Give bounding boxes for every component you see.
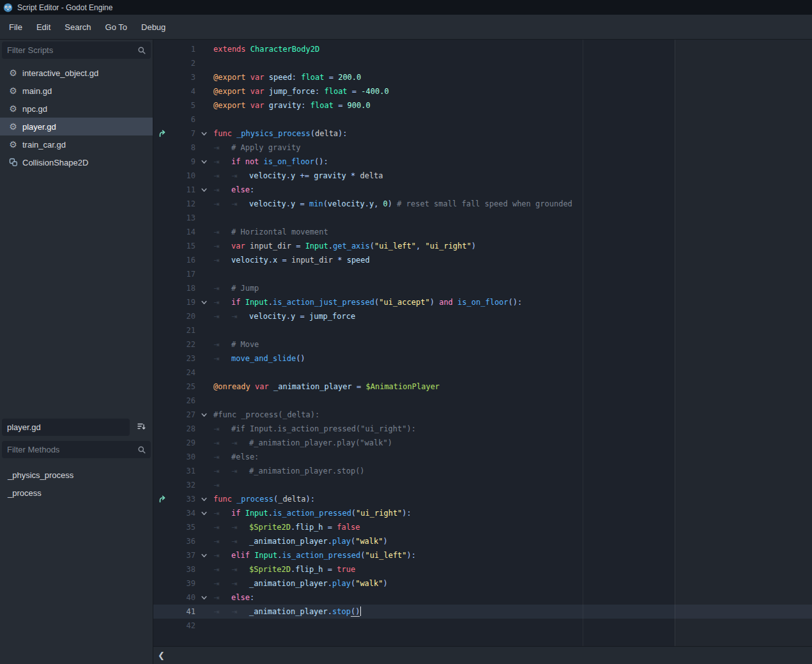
script-list-item[interactable]: ⚙︎train_car.gd (0, 135, 153, 153)
fold-toggle-icon[interactable] (195, 183, 212, 197)
line-number[interactable]: 25 (171, 380, 195, 394)
code-line[interactable]: 38⇥⇥$Sprite2D.flip_h = true (153, 562, 812, 576)
line-number[interactable]: 28 (171, 422, 195, 436)
script-list-item[interactable]: ⚙︎npc.gd (0, 100, 153, 118)
line-number[interactable]: 10 (171, 169, 195, 183)
code-line[interactable]: 35⇥⇥$Sprite2D.flip_h = false (153, 520, 812, 534)
code-line[interactable]: 18⇥# Jump (153, 281, 812, 295)
line-number[interactable]: 35 (171, 520, 195, 534)
line-number[interactable]: 16 (171, 253, 195, 267)
line-number[interactable]: 4 (171, 84, 195, 98)
code-line[interactable]: 7func _physics_process(delta): (153, 127, 812, 141)
line-number[interactable]: 6 (171, 112, 195, 127)
line-number[interactable]: 41 (171, 605, 195, 619)
menu-edit[interactable]: Edit (35, 20, 52, 35)
filter-methods-input[interactable] (2, 445, 151, 454)
line-number[interactable]: 40 (171, 591, 195, 605)
line-number[interactable]: 19 (171, 295, 195, 309)
code-line[interactable]: 19⇥if Input.is_action_just_pressed("ui_a… (153, 295, 812, 309)
code-line[interactable]: 33func _process(_delta): (153, 492, 812, 506)
code-line[interactable]: 17 (153, 267, 812, 281)
line-number[interactable]: 11 (171, 183, 195, 197)
line-number[interactable]: 29 (171, 436, 195, 450)
line-number[interactable]: 15 (171, 239, 195, 253)
script-list-item[interactable]: ⚙︎player.gd (0, 118, 153, 135)
line-number[interactable]: 39 (171, 576, 195, 591)
line-number[interactable]: 18 (171, 281, 195, 295)
menu-debug[interactable]: Debug (140, 20, 167, 35)
code-line[interactable]: 5@export var gravity: float = 900.0 (153, 98, 812, 112)
line-number[interactable]: 30 (171, 450, 195, 464)
line-number[interactable]: 1 (171, 42, 195, 56)
code-line[interactable]: 6 (153, 112, 812, 127)
fold-toggle-icon[interactable] (195, 591, 212, 605)
line-number[interactable]: 21 (171, 323, 195, 337)
script-list-item[interactable]: ⚙︎main.gd (0, 82, 153, 100)
code-line[interactable]: 11⇥else: (153, 183, 812, 197)
fold-toggle-icon[interactable] (195, 155, 212, 169)
code-line[interactable]: 14⇥# Horizontal movement (153, 225, 812, 239)
code-area[interactable]: 1extends CharacterBody2D23@export var sp… (153, 40, 812, 646)
line-number[interactable]: 36 (171, 534, 195, 548)
code-line[interactable]: 32⇥ (153, 478, 812, 492)
fold-toggle-icon[interactable] (195, 127, 212, 141)
code-line[interactable]: 42 (153, 619, 812, 633)
method-list-item[interactable]: _process (0, 484, 153, 502)
line-number[interactable]: 9 (171, 155, 195, 169)
code-line[interactable]: 16⇥velocity.x = input_dir * speed (153, 253, 812, 267)
code-line[interactable]: 10⇥⇥velocity.y += gravity * delta (153, 169, 812, 183)
code-line[interactable]: 30⇥#else: (153, 450, 812, 464)
line-number[interactable]: 14 (171, 225, 195, 239)
code-line[interactable]: 23⇥move_and_slide() (153, 351, 812, 366)
code-line[interactable]: 31⇥⇥#_animation_player.stop() (153, 464, 812, 478)
code-line[interactable]: 27#func _process(_delta): (153, 408, 812, 422)
code-line[interactable]: 25@onready var _animation_player = $Anim… (153, 380, 812, 394)
line-number[interactable]: 7 (171, 127, 195, 141)
line-number[interactable]: 38 (171, 562, 195, 576)
code-line[interactable]: 41⇥⇥_animation_player.stop() (153, 605, 812, 619)
script-list-item[interactable]: CollisionShape2D (0, 153, 153, 171)
line-number[interactable]: 24 (171, 366, 195, 380)
code-line[interactable]: 1extends CharacterBody2D (153, 42, 812, 56)
current-script-name-field[interactable] (2, 419, 130, 436)
code-line[interactable]: 29⇥⇥#_animation_player.play("walk") (153, 436, 812, 450)
code-line[interactable]: 40⇥else: (153, 591, 812, 605)
code-line[interactable]: 13 (153, 211, 812, 225)
toggle-scripts-panel-button[interactable]: ❮ (158, 651, 165, 660)
code-line[interactable]: 24 (153, 366, 812, 380)
code-line[interactable]: 37⇥elif Input.is_action_pressed("ui_left… (153, 548, 812, 562)
line-number[interactable]: 23 (171, 351, 195, 366)
code-line[interactable]: 34⇥if Input.is_action_pressed("ui_right"… (153, 506, 812, 520)
code-line[interactable]: 21 (153, 323, 812, 337)
code-line[interactable]: 20⇥⇥velocity.y = jump_force (153, 309, 812, 323)
script-list-item[interactable]: ⚙︎interactive_object.gd (0, 64, 153, 82)
line-number[interactable]: 3 (171, 70, 195, 84)
filter-scripts-input[interactable] (2, 45, 151, 55)
sort-methods-button[interactable] (132, 419, 151, 436)
fold-toggle-icon[interactable] (195, 506, 212, 520)
line-number[interactable]: 26 (171, 394, 195, 408)
code-line[interactable]: 28⇥#if Input.is_action_pressed("ui_right… (153, 422, 812, 436)
fold-toggle-icon[interactable] (195, 492, 212, 506)
code-line[interactable]: 39⇥⇥_animation_player.play("walk") (153, 576, 812, 591)
code-line[interactable]: 8⇥# Apply gravity (153, 141, 812, 155)
line-number[interactable]: 8 (171, 141, 195, 155)
fold-toggle-icon[interactable] (195, 408, 212, 422)
code-line[interactable]: 12⇥⇥velocity.y = min(velocity.y, 0) # re… (153, 197, 812, 211)
line-number[interactable]: 37 (171, 548, 195, 562)
line-number[interactable]: 2 (171, 56, 195, 70)
code-line[interactable]: 36⇥⇥_animation_player.play("walk") (153, 534, 812, 548)
line-number[interactable]: 32 (171, 478, 195, 492)
method-list-item[interactable]: _physics_process (0, 466, 153, 484)
code-line[interactable]: 3@export var speed: float = 200.0 (153, 70, 812, 84)
fold-toggle-icon[interactable] (195, 548, 212, 562)
code-line[interactable]: 9⇥if not is_on_floor(): (153, 155, 812, 169)
menu-file[interactable]: File (8, 20, 24, 35)
line-number[interactable]: 22 (171, 337, 195, 351)
code-line[interactable]: 22⇥# Move (153, 337, 812, 351)
line-number[interactable]: 12 (171, 197, 195, 211)
line-number[interactable]: 34 (171, 506, 195, 520)
line-number[interactable]: 27 (171, 408, 195, 422)
code-line[interactable]: 2 (153, 56, 812, 70)
line-number[interactable]: 20 (171, 309, 195, 323)
